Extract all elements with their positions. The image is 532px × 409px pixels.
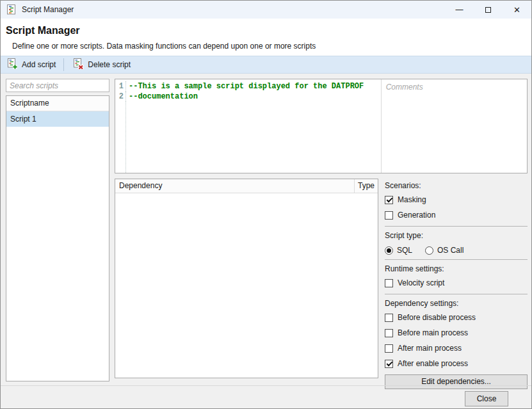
velocity-script-checkbox-icon[interactable] [385, 279, 393, 287]
checkbox-before-disable-process[interactable]: Before disable process [385, 313, 528, 322]
line-number: 1 [115, 81, 126, 92]
generation-label: Generation [398, 211, 435, 220]
os-call-radio-icon[interactable] [425, 246, 433, 255]
checkbox-before-main-process[interactable]: Before main process [385, 328, 528, 337]
delete-script-icon [73, 58, 84, 71]
code-text: --This is a sample script displayed for … [126, 81, 364, 92]
os-call-label: OS Call [437, 246, 463, 255]
before-main-label: Before main process [398, 328, 468, 337]
page-description: Define one or more scripts. Data masking… [12, 42, 316, 51]
title-bar: Script Manager — ✕ [1, 1, 531, 19]
window-title: Script Manager [22, 5, 74, 14]
column-header-type[interactable]: Type [354, 179, 378, 193]
list-item-script-1[interactable]: Script 1 [6, 111, 109, 127]
after-main-checkbox-icon[interactable] [385, 344, 393, 353]
settings-panel: Scenarios: Masking Generation Script typ… [385, 179, 528, 389]
footer-divider [1, 385, 531, 386]
code-line: 2 --documentation [115, 92, 381, 102]
delete-script-button[interactable]: Delete script [68, 57, 136, 72]
dependency-settings-label: Dependency settings: [385, 299, 528, 308]
script-type-label: Script type: [385, 231, 528, 240]
checkbox-after-main-process[interactable]: After main process [385, 344, 528, 353]
add-script-label: Add script [22, 60, 56, 69]
checkbox-after-enable-process[interactable]: After enable process [385, 359, 528, 368]
before-disable-label: Before disable process [398, 313, 476, 322]
radio-sql[interactable]: SQL [385, 246, 412, 255]
dependency-table[interactable]: Dependency Type [115, 179, 378, 378]
toolbar: Add script Delete script [1, 56, 531, 74]
column-header-dependency[interactable]: Dependency [115, 179, 354, 193]
section-divider [385, 226, 528, 227]
masking-label: Masking [398, 195, 426, 204]
close-window-button[interactable]: ✕ [503, 1, 531, 19]
before-disable-checkbox-icon[interactable] [385, 314, 393, 322]
after-enable-checkbox-icon[interactable] [385, 360, 393, 368]
checkbox-velocity-script[interactable]: Velocity script [385, 278, 528, 287]
sql-radio-icon[interactable] [385, 246, 393, 255]
after-main-label: After main process [398, 344, 462, 353]
add-script-button[interactable]: Add script [2, 57, 61, 72]
code-line: 1 --This is a sample script displayed fo… [115, 81, 381, 92]
edit-dependencies-button[interactable]: Edit dependencies... [385, 374, 528, 389]
close-button[interactable]: Close [465, 391, 508, 406]
radio-os-call[interactable]: OS Call [425, 246, 463, 255]
runtime-settings-label: Runtime settings: [385, 264, 528, 273]
checkbox-generation[interactable]: Generation [385, 211, 528, 220]
velocity-script-label: Velocity script [398, 278, 444, 287]
minimize-button[interactable]: — [445, 1, 474, 19]
script-editor-container: 1 --This is a sample script displayed fo… [115, 79, 528, 173]
code-editor[interactable]: 1 --This is a sample script displayed fo… [115, 79, 381, 173]
script-manager-app-icon [6, 4, 17, 15]
maximize-button[interactable] [474, 1, 503, 19]
section-divider [385, 294, 528, 294]
add-script-icon [7, 58, 18, 71]
section-divider [385, 259, 528, 260]
after-enable-label: After enable process [398, 359, 468, 368]
page-title: Script Manager [6, 25, 80, 36]
dialog-header: Script Manager Define one or more script… [1, 19, 531, 56]
gutter-spacer [115, 102, 126, 173]
before-main-checkbox-icon[interactable] [385, 329, 393, 337]
search-input[interactable] [6, 79, 109, 92]
sql-label: SQL [397, 246, 412, 255]
script-list: Scriptname Script 1 [6, 95, 109, 381]
checkbox-masking[interactable]: Masking [385, 195, 528, 204]
toolbar-separator [63, 58, 64, 71]
script-type-options: SQL OS Call [385, 245, 528, 255]
script-list-header: Scriptname [6, 96, 109, 111]
generation-checkbox-icon[interactable] [385, 211, 393, 220]
script-manager-window: Script Manager — ✕ Script Manager Define… [0, 0, 532, 409]
scenarios-label: Scenarios: [385, 181, 528, 190]
gutter-extension [115, 102, 381, 173]
line-number: 2 [115, 92, 126, 102]
masking-checkbox-icon[interactable] [385, 196, 393, 204]
delete-script-label: Delete script [88, 60, 131, 69]
minimize-icon: — [456, 5, 463, 14]
comments-input[interactable]: Comments [381, 79, 527, 173]
dependency-table-header: Dependency Type [115, 179, 378, 193]
maximize-icon [485, 7, 491, 13]
code-text: --documentation [126, 92, 198, 102]
window-controls: — ✕ [445, 1, 531, 19]
close-icon: ✕ [513, 5, 520, 15]
